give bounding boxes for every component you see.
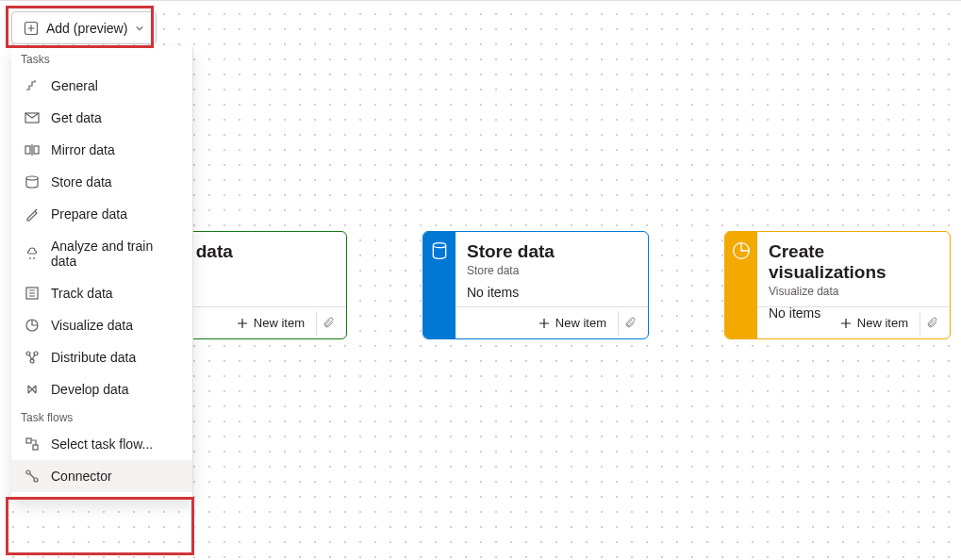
card-subtitle: Visualize data [769,285,938,298]
svg-point-0 [433,243,445,248]
new-item-button[interactable]: New item [833,312,916,334]
dropdown-item-distribute-data[interactable]: Distribute data [11,341,192,373]
plus-square-icon [24,21,39,36]
dropdown-item-track-data[interactable]: Track data [11,277,192,309]
svg-rect-12 [26,438,31,443]
card-stripe [725,232,757,338]
dropdown-item-mirror-data[interactable]: Mirror data [11,134,192,166]
attachment-icon [926,317,938,330]
dropdown-item-label: Select task flow... [51,436,153,452]
dropdown-item-label: Connector [51,469,112,484]
attachment-icon [624,317,637,330]
store-data-icon [25,174,40,189]
attach-button[interactable] [316,311,340,336]
dropdown-item-label: Store data [51,174,112,189]
plus-icon [237,318,248,329]
visualize-data-icon [25,318,40,333]
pie-chart-icon [732,241,751,260]
dropdown-item-label: General [51,78,98,93]
get-data-icon [25,110,40,125]
dropdown-item-analyze-train[interactable]: Analyze and train data [11,230,192,277]
dropdown-item-label: Distribute data [51,350,136,365]
add-preview-button[interactable]: Add (preview) [11,11,157,44]
dropdown-item-label: Get data [51,110,102,125]
attach-button[interactable] [618,311,642,336]
dropdown-item-store-data[interactable]: Store data [11,166,192,198]
dropdown-item-label: Visualize data [51,318,133,333]
dropdown-section-tasks: Tasks [11,47,192,70]
new-item-button[interactable]: New item [531,312,614,334]
new-item-label: New item [254,316,305,330]
task-card-store[interactable]: Store data Store data No items New item [423,231,649,339]
svg-rect-4 [25,146,30,154]
svg-point-15 [34,478,38,482]
add-button-label: Add (preview) [46,21,127,36]
dropdown-item-develop-data[interactable]: Develop data [11,373,192,405]
dropdown-item-label: Track data [51,286,113,301]
mirror-data-icon [25,142,40,157]
dropdown-item-get-data[interactable]: Get data [11,102,192,134]
track-data-icon [25,286,40,301]
general-icon [25,78,40,93]
develop-data-icon [25,382,40,397]
card-title: Create visualizations [769,241,938,283]
plus-icon [840,318,852,329]
svg-rect-13 [33,445,38,450]
svg-rect-5 [34,146,39,154]
dropdown-item-label: Analyze and train data [51,239,179,269]
database-icon [430,241,449,260]
analyze-icon [25,246,40,261]
add-dropdown: Tasks General Get data Mirror data Store… [11,47,193,499]
connector-icon [25,469,40,484]
svg-point-6 [26,176,38,180]
attachment-icon [323,317,335,330]
dropdown-item-connector[interactable]: Connector [11,460,192,492]
svg-point-14 [26,470,30,474]
dropdown-item-label: Prepare data [51,206,127,222]
dropdown-item-prepare-data[interactable]: Prepare data [11,198,192,230]
dropdown-section-flows: Task flows [11,405,192,428]
card-items-text: No items [467,285,637,300]
dropdown-item-label: Mirror data [51,142,115,157]
dropdown-item-label: Develop data [51,382,129,397]
plus-icon [538,318,550,329]
distribute-data-icon [25,350,40,365]
new-item-label: New item [857,316,908,330]
dropdown-item-select-task-flow[interactable]: Select task flow... [11,428,192,460]
dropdown-item-visualize-data[interactable]: Visualize data [11,309,192,341]
card-title: Store data [467,241,637,262]
card-subtitle: Store data [467,264,637,277]
chevron-down-icon [135,24,144,33]
task-flow-icon [25,436,40,452]
task-card-visualize[interactable]: Create visualizations Visualize data No … [724,231,951,339]
new-item-label: New item [555,316,606,330]
new-item-button[interactable]: New item [229,312,312,334]
dropdown-item-general[interactable]: General [11,70,192,102]
prepare-data-icon [25,206,40,222]
attach-button[interactable] [920,311,944,336]
card-stripe [423,232,456,338]
